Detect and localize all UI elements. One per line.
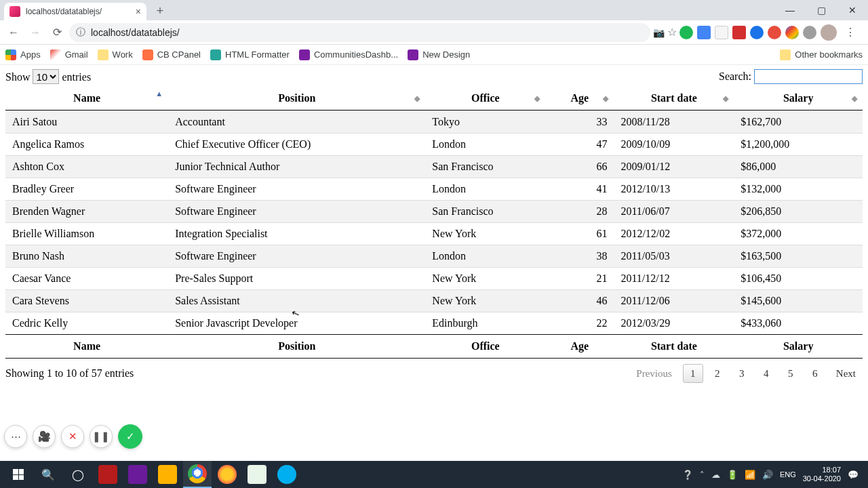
cell-position: Accountant	[168, 110, 425, 133]
address-bar[interactable]: ⓘ localhost/datatablejs/	[69, 23, 650, 42]
footer-office: Office	[425, 334, 545, 358]
table-row[interactable]: Cara StevensSales AssistantNew York46201…	[5, 289, 863, 312]
page-button-4[interactable]: 4	[756, 364, 776, 383]
minimize-button[interactable]: —	[774, 0, 806, 20]
recorder-stop-button[interactable]: ✕	[61, 425, 84, 448]
bookmark-newdesign[interactable]: New Design	[408, 49, 470, 60]
table-row[interactable]: Brenden WagnerSoftware EngineerSan Franc…	[5, 200, 863, 222]
cell-office: San Francisco	[425, 200, 545, 222]
cell-name: Cedric Kelly	[5, 312, 168, 334]
close-window-button[interactable]: ✕	[837, 0, 868, 20]
folder-icon	[780, 49, 791, 60]
taskbar-app-filezilla[interactable]	[94, 461, 122, 488]
tray-help-icon[interactable]: ❔	[682, 470, 693, 480]
table-row[interactable]: Brielle WilliamsonIntegration Specialist…	[5, 222, 863, 245]
folder-icon	[98, 49, 108, 60]
camera-indicator-icon[interactable]: 📷	[653, 27, 665, 38]
other-bookmarks[interactable]: Other bookmarks	[795, 49, 863, 60]
column-header-salary[interactable]: Salary◆	[734, 87, 863, 110]
taskbar-clock[interactable]: 18:07 30-04-2020	[803, 466, 841, 483]
extension-icon[interactable]	[785, 26, 799, 39]
back-button[interactable]: ←	[4, 23, 23, 42]
column-header-age[interactable]: Age◆	[545, 87, 614, 110]
pdf-extension-icon[interactable]	[732, 26, 746, 39]
table-row[interactable]: Bradley GreerSoftware EngineerLondon4120…	[5, 178, 863, 200]
bookmark-apps[interactable]: Apps	[5, 49, 41, 60]
bookmark-star-icon[interactable]: ☆	[667, 26, 677, 39]
table-row[interactable]: Ashton CoxJunior Technical AuthorSan Fra…	[5, 155, 863, 178]
cell-position: Software Engineer	[168, 200, 425, 222]
header-label: Salary	[783, 92, 813, 104]
sort-icon: ◆	[852, 94, 857, 103]
tray-onedrive-icon[interactable]: ☁	[711, 470, 720, 480]
page-button-5[interactable]: 5	[781, 364, 801, 383]
extensions-area: ⋮	[679, 23, 864, 42]
table-row[interactable]: Airi SatouAccountantTokyo332008/11/28$16…	[5, 110, 863, 133]
page-button-6[interactable]: 6	[805, 364, 825, 383]
recorder-more-button[interactable]: ⋯	[4, 425, 27, 448]
bookmark-cbcpanel[interactable]: CB CPanel	[142, 49, 201, 60]
site-info-icon[interactable]: ⓘ	[76, 26, 85, 39]
extension-icon[interactable]	[768, 26, 781, 39]
bookmark-gmail[interactable]: Gmail	[50, 49, 88, 60]
column-header-startdate[interactable]: Start date◆	[614, 87, 734, 110]
cell-office: London	[425, 178, 545, 200]
menu-button[interactable]: ⋮	[841, 23, 860, 42]
bookmark-htmlformatter[interactable]: HTML Formatter	[210, 49, 290, 60]
start-button[interactable]	[4, 461, 33, 488]
table-row[interactable]: Bruno NashSoftware EngineerLondon382011/…	[5, 245, 863, 267]
taskbar-app-chrome[interactable]	[183, 461, 212, 488]
taskbar-app-firefox[interactable]	[213, 461, 241, 488]
recorder-pause-button[interactable]: ❚❚	[90, 425, 113, 448]
cell-age: 66	[545, 155, 614, 178]
tray-language[interactable]: ENG	[780, 470, 796, 479]
table-row[interactable]: Cedric KellySenior Javascript DeveloperE…	[5, 312, 863, 334]
tray-battery-icon[interactable]: 🔋	[727, 470, 738, 480]
cell-office: New York	[425, 267, 545, 289]
search-input[interactable]	[754, 69, 863, 84]
recorder-confirm-button[interactable]: ✓	[118, 424, 142, 449]
tab-close-icon[interactable]: ×	[136, 6, 141, 17]
bookmark-label: Gmail	[65, 49, 88, 60]
table-row[interactable]: Angelica RamosChief Executive Officer (C…	[5, 133, 863, 155]
reader-extension-icon[interactable]	[715, 26, 728, 39]
taskbar-app-skype[interactable]	[273, 461, 301, 488]
table-row[interactable]: Caesar VancePre-Sales SupportNew York212…	[5, 267, 863, 289]
page-button-2[interactable]: 2	[707, 364, 728, 383]
extension-icon[interactable]	[750, 26, 764, 39]
xd-icon	[299, 49, 310, 60]
length-select[interactable]: 10	[33, 69, 59, 84]
bookmark-work[interactable]: Work	[98, 49, 133, 60]
extension-icon[interactable]	[679, 26, 693, 39]
column-header-office[interactable]: Office◆	[425, 87, 545, 110]
taskbar-app-explorer[interactable]	[153, 461, 182, 488]
cell-age: 38	[545, 245, 614, 267]
cell-name: Airi Satou	[5, 110, 168, 133]
tray-volume-icon[interactable]: 🔊	[762, 470, 773, 480]
page-button-3[interactable]: 3	[732, 364, 752, 383]
browser-tab[interactable]: localhost/datatablejs/ ×	[4, 3, 146, 20]
column-header-position[interactable]: Position◆	[168, 87, 425, 110]
calendar-extension-icon[interactable]	[697, 26, 711, 39]
task-view-button[interactable]: ◯	[64, 461, 92, 488]
column-header-name[interactable]: Name▲	[5, 87, 168, 110]
cell-position: Software Engineer	[168, 178, 425, 200]
cell-age: 21	[545, 267, 614, 289]
reload-button[interactable]: ⟳	[47, 23, 66, 42]
forward-button[interactable]: →	[26, 23, 45, 42]
next-button[interactable]: Next	[829, 364, 863, 383]
recorder-camera-button[interactable]: 🎥	[33, 425, 56, 448]
tray-wifi-icon[interactable]: 📶	[745, 470, 755, 480]
page-button-1[interactable]: 1	[683, 364, 703, 383]
extension-icon[interactable]	[803, 26, 816, 39]
taskbar-app[interactable]	[123, 461, 152, 488]
profile-avatar[interactable]	[821, 24, 837, 41]
action-center-icon[interactable]: 💬	[848, 470, 859, 480]
maximize-button[interactable]: ▢	[806, 0, 837, 20]
bookmark-communities[interactable]: CommunitiesDashb...	[299, 49, 398, 60]
previous-button[interactable]: Previous	[629, 364, 679, 383]
search-button[interactable]: 🔍	[34, 461, 62, 488]
tray-chevron-icon[interactable]: ˄	[700, 470, 705, 480]
new-tab-button[interactable]: +	[151, 1, 170, 20]
taskbar-app-notepad[interactable]	[243, 461, 271, 488]
